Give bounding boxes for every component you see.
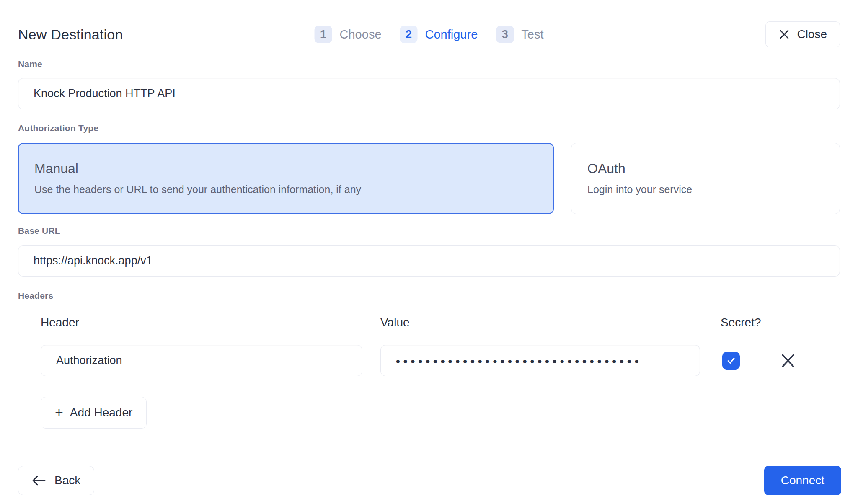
headers-column-row: Header Value Secret?: [41, 316, 840, 329]
auth-option-oauth[interactable]: OAuth Login into your service: [571, 143, 840, 214]
auth-option-manual-description: Use the headers or URL to send your auth…: [34, 184, 538, 196]
step-test[interactable]: 3 Test: [496, 26, 543, 43]
name-input[interactable]: [18, 78, 840, 109]
connect-button[interactable]: Connect: [764, 466, 841, 495]
delete-header-icon: [780, 352, 796, 370]
stepper: 1 Choose 2 Configure 3 Test: [315, 26, 544, 43]
authorization-type-label: Authorization Type: [18, 123, 840, 133]
name-label: Name: [18, 59, 840, 69]
step-choose-number: 1: [315, 26, 332, 43]
column-header-value: Value: [380, 316, 700, 329]
back-arrow-icon: [32, 475, 46, 486]
close-icon: [778, 28, 790, 40]
step-configure[interactable]: 2 Configure: [400, 26, 478, 43]
back-button[interactable]: Back: [18, 466, 94, 495]
auth-option-manual-title: Manual: [34, 161, 538, 176]
header-value-input[interactable]: [380, 345, 700, 376]
auth-option-manual[interactable]: Manual Use the headers or URL to send yo…: [18, 143, 554, 214]
connect-button-label: Connect: [781, 474, 824, 487]
back-button-label: Back: [54, 474, 80, 487]
column-header-secret: Secret?: [718, 316, 762, 329]
step-choose-label: Choose: [340, 28, 382, 41]
add-header-button[interactable]: + Add Header: [41, 397, 147, 429]
dialog-footer: Back Connect: [18, 466, 841, 495]
close-button[interactable]: Close: [765, 21, 840, 47]
auth-option-oauth-title: OAuth: [587, 161, 824, 176]
auth-option-oauth-description: Login into your service: [587, 184, 824, 196]
base-url-input[interactable]: [18, 245, 840, 277]
column-header-header: Header: [41, 316, 362, 329]
close-button-label: Close: [797, 28, 827, 41]
header-row: [41, 345, 840, 376]
plus-icon: +: [55, 405, 63, 419]
step-configure-number: 2: [400, 26, 418, 43]
step-test-number: 3: [496, 26, 514, 43]
check-icon: [726, 355, 737, 366]
authorization-type-options: Manual Use the headers or URL to send yo…: [18, 143, 840, 214]
new-destination-dialog: New Destination 1 Choose 2 Configure 3 T…: [0, 21, 858, 429]
secret-checkbox[interactable]: [722, 352, 740, 370]
headers-table: Header Value Secret? +: [41, 316, 840, 429]
step-configure-label: Configure: [425, 28, 478, 41]
base-url-label: Base URL: [18, 226, 840, 236]
page-title: New Destination: [18, 26, 123, 43]
headers-label: Headers: [18, 291, 840, 301]
header-name-input[interactable]: [41, 345, 362, 376]
secret-cell: [718, 352, 762, 370]
dialog-header: New Destination 1 Choose 2 Configure 3 T…: [18, 21, 840, 48]
delete-header-button[interactable]: [780, 352, 800, 370]
add-header-button-label: Add Header: [70, 406, 132, 419]
step-choose[interactable]: 1 Choose: [315, 26, 382, 43]
step-test-label: Test: [521, 28, 543, 41]
